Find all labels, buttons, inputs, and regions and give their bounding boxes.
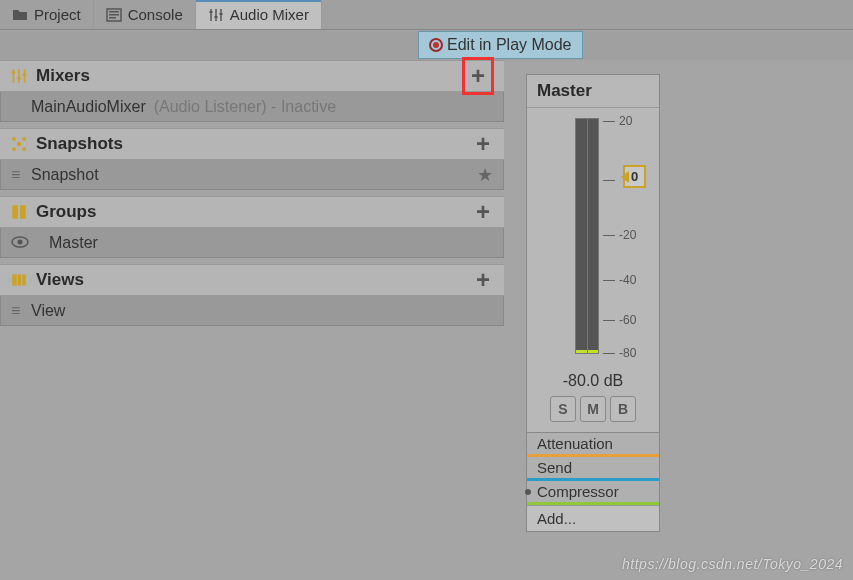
snapshots-section: Snapshots + ≡ Snapshot ★	[0, 128, 504, 190]
mixer-status: (Audio Listener) - Inactive	[154, 98, 336, 116]
groups-section: Groups + Master	[0, 196, 504, 258]
smb-buttons: S M B	[527, 396, 659, 432]
svg-point-10	[17, 142, 22, 147]
svg-rect-1	[109, 11, 119, 13]
svg-rect-15	[12, 274, 17, 285]
tab-label: Audio Mixer	[230, 6, 309, 23]
star-icon[interactable]: ★	[477, 164, 493, 186]
folder-icon	[12, 7, 28, 23]
svg-rect-3	[109, 17, 116, 19]
console-icon	[106, 7, 122, 23]
watermark: https://blog.csdn.net/Tokyo_2024	[622, 556, 843, 572]
add-mixer-highlight: +	[462, 57, 494, 95]
sliders-icon	[208, 7, 224, 23]
solo-button[interactable]: S	[550, 396, 576, 422]
group-item[interactable]: Master	[0, 228, 504, 258]
svg-rect-7	[12, 72, 15, 74]
groups-title: Groups	[36, 202, 464, 222]
mixers-header: Mixers +	[0, 60, 504, 92]
edit-in-play-mode-button[interactable]: Edit in Play Mode	[418, 31, 583, 59]
meter-channel-right	[588, 119, 599, 353]
add-group-button[interactable]: +	[472, 198, 494, 226]
master-channel-strip: Master —20 — —-20 —-40 —-60 —-80 0	[526, 74, 660, 532]
left-panel: Mixers + MainAudioMixer (Audio Listener)…	[0, 60, 504, 580]
view-name: View	[31, 302, 65, 320]
svg-rect-9	[23, 74, 26, 76]
effect-attenuation[interactable]: Attenuation	[527, 433, 659, 457]
add-effect-button[interactable]: Add...	[527, 505, 659, 531]
snapshot-icon	[10, 135, 28, 153]
mixers-section: Mixers + MainAudioMixer (Audio Listener)…	[0, 60, 504, 122]
tab-project[interactable]: Project	[0, 0, 94, 29]
svg-rect-16	[18, 274, 21, 285]
mixers-title: Mixers	[36, 66, 454, 86]
group-name: Master	[39, 234, 98, 252]
drag-handle-icon[interactable]: ≡	[11, 166, 23, 184]
effect-send[interactable]: Send	[527, 457, 659, 481]
svg-rect-17	[22, 274, 25, 285]
svg-rect-4	[209, 11, 212, 13]
groups-icon	[10, 203, 28, 221]
snapshot-item[interactable]: ≡ Snapshot ★	[0, 160, 504, 190]
add-mixer-button[interactable]: +	[467, 62, 489, 89]
svg-point-14	[18, 239, 23, 244]
effect-compressor[interactable]: Compressor	[527, 481, 659, 505]
strip-title: Master	[527, 75, 659, 108]
svg-rect-11	[12, 205, 18, 219]
tab-label: Console	[128, 6, 183, 23]
add-snapshot-button[interactable]: +	[472, 130, 494, 158]
effects-list: Attenuation Send Compressor	[527, 432, 659, 505]
play-mode-label: Edit in Play Mode	[447, 36, 572, 54]
svg-rect-8	[17, 77, 20, 79]
meter-bars	[575, 118, 599, 354]
content-area: Mixers + MainAudioMixer (Audio Listener)…	[0, 60, 853, 580]
channel-strip-area: Master —20 — —-20 —-40 —-60 —-80 0	[504, 60, 660, 580]
svg-rect-5	[214, 16, 217, 18]
view-item[interactable]: ≡ View	[0, 296, 504, 326]
views-header: Views +	[0, 264, 504, 296]
tab-console[interactable]: Console	[94, 0, 196, 29]
views-title: Views	[36, 270, 464, 290]
vu-meter[interactable]: —20 — —-20 —-40 —-60 —-80 0	[527, 108, 659, 370]
fader-handle[interactable]: 0	[623, 165, 646, 188]
views-section: Views + ≡ View	[0, 264, 504, 326]
active-dot-icon	[525, 489, 531, 495]
tab-bar: Project Console Audio Mixer	[0, 0, 853, 30]
mixers-icon	[10, 67, 28, 85]
mute-button[interactable]: M	[580, 396, 606, 422]
snapshots-header: Snapshots +	[0, 128, 504, 160]
tab-audio-mixer[interactable]: Audio Mixer	[196, 0, 322, 29]
snapshot-name: Snapshot	[31, 166, 99, 184]
eye-icon[interactable]	[11, 234, 31, 252]
tab-label: Project	[34, 6, 81, 23]
add-view-button[interactable]: +	[472, 266, 494, 294]
record-icon	[429, 38, 443, 52]
svg-rect-6	[219, 13, 222, 15]
bypass-button[interactable]: B	[610, 396, 636, 422]
groups-header: Groups +	[0, 196, 504, 228]
meter-channel-left	[576, 119, 587, 353]
svg-rect-2	[109, 14, 119, 16]
mixer-name: MainAudioMixer	[31, 98, 146, 116]
mixer-item[interactable]: MainAudioMixer (Audio Listener) - Inacti…	[0, 92, 504, 122]
play-mode-bar: Edit in Play Mode	[0, 30, 853, 60]
snapshots-title: Snapshots	[36, 134, 464, 154]
svg-rect-12	[20, 205, 26, 219]
meter-ruler: —20 — —-20 —-40 —-60 —-80	[603, 118, 643, 354]
drag-handle-icon[interactable]: ≡	[11, 302, 23, 320]
db-readout: -80.0 dB	[527, 370, 659, 396]
views-icon	[10, 271, 28, 289]
